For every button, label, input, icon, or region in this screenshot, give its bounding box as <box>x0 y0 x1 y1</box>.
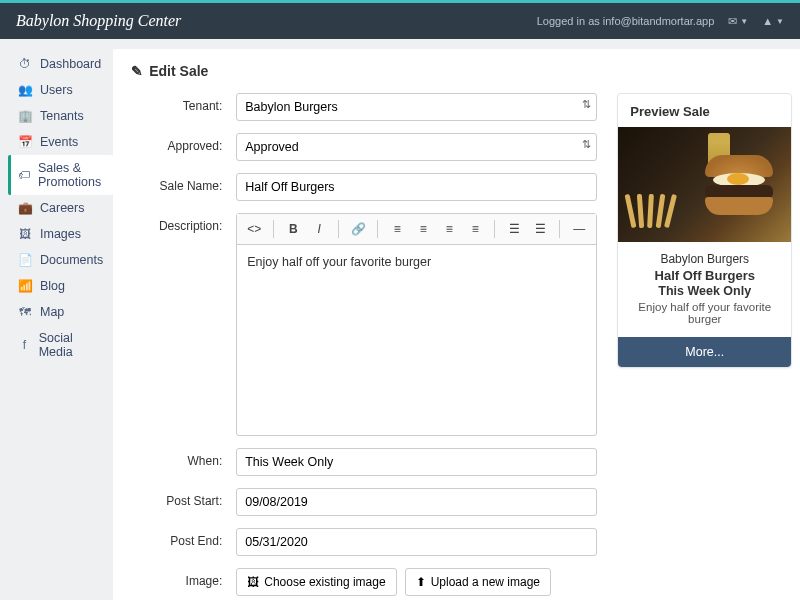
post-end-input[interactable] <box>236 528 597 556</box>
sidebar-item-dashboard[interactable]: ⏱Dashboard <box>8 51 113 77</box>
editor-toolbar: <> B I 🔗 ≡ ≡ ≡ ≡ <box>237 214 596 245</box>
document-icon: 📄 <box>18 253 32 267</box>
sale-name-label: Sale Name: <box>131 173 236 193</box>
tenant-label: Tenant: <box>131 93 236 113</box>
post-start-input[interactable] <box>236 488 597 516</box>
chevron-down-icon: ▼ <box>776 17 784 26</box>
preview-description: Enjoy half off your favorite burger <box>624 301 785 325</box>
sidebar: ⏱Dashboard 👥Users 🏢Tenants 📅Events 🏷Sale… <box>0 39 113 600</box>
align-center-icon[interactable]: ≡ <box>412 218 434 240</box>
approved-select[interactable] <box>236 133 597 161</box>
sidebar-item-label: Dashboard <box>40 57 101 71</box>
sidebar-item-users[interactable]: 👥Users <box>8 77 113 103</box>
main-panel: ✎ Edit Sale Tenant: Approved: Sale Name: <box>113 49 800 600</box>
code-icon[interactable]: <> <box>243 218 265 240</box>
sidebar-item-label: Events <box>40 135 78 149</box>
align-right-icon[interactable]: ≡ <box>438 218 460 240</box>
dashboard-icon: ⏱ <box>18 57 32 71</box>
upload-icon: ⬆ <box>416 575 426 589</box>
sidebar-item-map[interactable]: 🗺Map <box>8 299 113 325</box>
image-icon: 🖼 <box>18 227 32 241</box>
list-ul-icon[interactable]: ☰ <box>503 218 525 240</box>
preview-card: Preview Sale <box>617 93 792 368</box>
align-left-icon[interactable]: ≡ <box>386 218 408 240</box>
list-ol-icon[interactable]: ☰ <box>529 218 551 240</box>
post-end-label: Post End: <box>131 528 236 548</box>
sidebar-item-careers[interactable]: 💼Careers <box>8 195 113 221</box>
preview-sale-name: Half Off Burgers <box>624 268 785 283</box>
sidebar-item-label: Careers <box>40 201 84 215</box>
sidebar-item-events[interactable]: 📅Events <box>8 129 113 155</box>
upload-image-button[interactable]: ⬆Upload a new image <box>405 568 551 596</box>
approved-label: Approved: <box>131 133 236 153</box>
sidebar-item-images[interactable]: 🖼Images <box>8 221 113 247</box>
description-editor: <> B I 🔗 ≡ ≡ ≡ ≡ <box>236 213 597 436</box>
calendar-icon: 📅 <box>18 135 32 149</box>
sidebar-item-sales[interactable]: 🏷Sales & Promotions <box>8 155 113 195</box>
preview-when: This Week Only <box>624 284 785 298</box>
sidebar-item-blog[interactable]: 📶Blog <box>8 273 113 299</box>
hr-icon[interactable]: — <box>568 218 590 240</box>
edit-icon: ✎ <box>131 63 143 79</box>
tenants-icon: 🏢 <box>18 109 32 123</box>
when-label: When: <box>131 448 236 468</box>
description-textarea[interactable]: Enjoy half off your favorite burger <box>237 245 596 435</box>
preview-heading: Preview Sale <box>618 94 791 127</box>
sidebar-item-social[interactable]: fSocial Media <box>8 325 113 365</box>
map-icon: 🗺 <box>18 305 32 319</box>
facebook-icon: f <box>18 338 31 352</box>
sidebar-item-label: Map <box>40 305 64 319</box>
sidebar-item-tenants[interactable]: 🏢Tenants <box>8 103 113 129</box>
sidebar-item-label: Sales & Promotions <box>38 161 103 189</box>
tag-icon: 🏷 <box>18 168 30 182</box>
rss-icon: 📶 <box>18 279 32 293</box>
sidebar-item-documents[interactable]: 📄Documents <box>8 247 113 273</box>
chevron-down-icon: ▼ <box>740 17 748 26</box>
sidebar-item-label: Blog <box>40 279 65 293</box>
preview-more-button[interactable]: More... <box>618 337 791 367</box>
user-icon: ▲ <box>762 15 773 27</box>
when-input[interactable] <box>236 448 597 476</box>
topbar: Babylon Shopping Center Logged in as inf… <box>0 3 800 39</box>
choose-image-button[interactable]: 🖼Choose existing image <box>236 568 396 596</box>
sidebar-item-label: Images <box>40 227 81 241</box>
italic-icon[interactable]: I <box>308 218 330 240</box>
image-label: Image: <box>131 568 236 588</box>
bold-icon[interactable]: B <box>282 218 304 240</box>
site-title: Babylon Shopping Center <box>16 12 181 30</box>
mail-menu[interactable]: ✉▼ <box>728 15 748 28</box>
page-title: ✎ Edit Sale <box>131 63 792 79</box>
sidebar-item-label: Tenants <box>40 109 84 123</box>
link-icon[interactable]: 🔗 <box>347 218 369 240</box>
description-label: Description: <box>131 213 236 233</box>
align-justify-icon[interactable]: ≡ <box>464 218 486 240</box>
tenant-select[interactable] <box>236 93 597 121</box>
preview-tenant: Babylon Burgers <box>624 252 785 266</box>
login-status: Logged in as info@bitandmortar.app <box>537 15 715 27</box>
user-menu[interactable]: ▲▼ <box>762 15 784 27</box>
sale-name-input[interactable] <box>236 173 597 201</box>
post-start-label: Post Start: <box>131 488 236 508</box>
sidebar-item-label: Users <box>40 83 73 97</box>
sidebar-item-label: Social Media <box>39 331 104 359</box>
sidebar-item-label: Documents <box>40 253 103 267</box>
preview-image <box>618 127 791 242</box>
briefcase-icon: 💼 <box>18 201 32 215</box>
image-icon: 🖼 <box>247 575 259 589</box>
mail-icon: ✉ <box>728 15 737 28</box>
users-icon: 👥 <box>18 83 32 97</box>
